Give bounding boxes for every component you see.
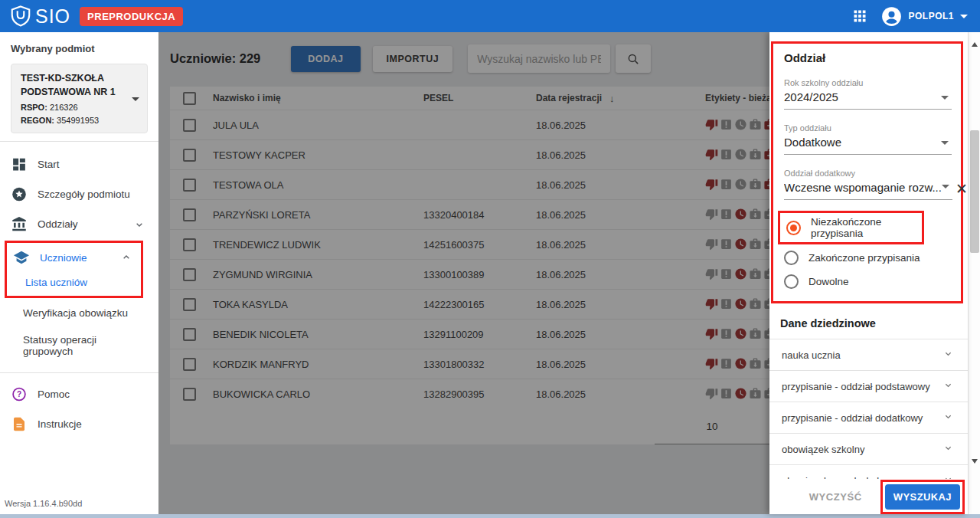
rows-per-page-select[interactable]: 10 (655, 421, 769, 444)
accordion-label: obowiązek szkolny (782, 444, 864, 455)
filter-section-title: Oddział (773, 50, 961, 64)
scroll-down-button[interactable] (969, 455, 980, 467)
radio-label: Niezakończone przypisania (811, 216, 916, 239)
row-checkbox[interactable] (183, 328, 196, 341)
row-checkbox[interactable] (183, 268, 196, 281)
accordion-nauka-ucznia[interactable]: nauka ucznia (769, 339, 968, 370)
wyszukaj-button[interactable]: WYSZUKAJ (885, 484, 960, 510)
school-year-select[interactable]: Rok szkolny oddziału 2024/2025 (784, 78, 952, 110)
select-all-checkbox[interactable] (183, 92, 196, 105)
clear-button[interactable]: WYCZYŚĆ (809, 491, 862, 503)
label-icons (616, 238, 769, 251)
briefcase-download-icon (749, 327, 763, 341)
radio-option[interactable]: Niezakończone przypisania (778, 211, 924, 244)
exclamation-icon (720, 118, 733, 132)
table-row[interactable]: ZYGMUND WIRGINIA1330010038918.06.2025 (170, 259, 769, 289)
student-pesel: 13291100209 (423, 329, 536, 340)
radio-option[interactable]: Dowolne (773, 270, 961, 293)
table-row[interactable]: TOKA KASYLDA1422230016518.06.2025 (170, 289, 769, 319)
row-checkbox[interactable] (183, 119, 196, 132)
briefcase-download-icon (749, 387, 763, 401)
entity-selector[interactable]: TEST-KD-SZKOŁA PODSTAWOWA NR 1 RSPO: 216… (11, 64, 148, 133)
table-row[interactable]: BUKOWICKA CARLO1328290039518.06.2025 (170, 379, 769, 408)
briefcase-plus-icon (763, 118, 769, 132)
import-button[interactable]: IMPORTUJ (373, 46, 453, 72)
radio-unselected-icon[interactable] (784, 274, 799, 289)
row-checkbox[interactable] (183, 149, 196, 162)
unit-type-select[interactable]: Typ oddziału Dodatkowe (784, 123, 952, 155)
table-row[interactable]: TESTOWY KACPER18.06.2025 (170, 139, 769, 169)
username: POLPOL1 (908, 11, 954, 21)
row-checkbox[interactable] (183, 238, 196, 251)
clock-icon (734, 208, 748, 221)
additional-unit-select[interactable]: Oddział dodatkowy Wczesne wspomaganie ro… (784, 169, 952, 200)
chevron-down-icon (131, 218, 148, 231)
accordion-przypisanie-oddzia-dodatkowy[interactable]: przypisanie - oddział dodatkowy (769, 402, 968, 433)
table-row[interactable]: TESTOWA OLA18.06.2025 (170, 169, 769, 199)
scroll-up-button[interactable] (969, 38, 980, 51)
registration-date: 18.06.2025 (536, 179, 616, 191)
row-checkbox[interactable] (183, 358, 196, 371)
registration-date: 18.06.2025 (536, 209, 616, 221)
apps-grid-icon[interactable] (852, 8, 867, 24)
add-button[interactable]: DODAJ (291, 46, 360, 72)
search-input[interactable] (468, 44, 610, 73)
panel-scrollbar[interactable] (968, 32, 980, 514)
radio-option[interactable]: Zakończone przypisania (773, 246, 961, 270)
sidebar-item-statusy-operacji[interactable]: Statusy operacji grupowych (0, 326, 158, 365)
column-date[interactable]: Data rejestracji (536, 93, 602, 103)
help-icon: ? (11, 386, 28, 402)
exclamation-icon (720, 148, 733, 162)
radio-selected-icon[interactable] (786, 221, 801, 235)
student-name: TOKA KASYLDA (213, 299, 423, 310)
registration-date: 18.06.2025 (536, 239, 616, 251)
accordion-przypisanie-oddzia-podstawowy[interactable]: przypisanie - oddział podstawowy (769, 370, 968, 402)
sidebar-item-weryfikacja-obowiazku[interactable]: Weryfikacja obowiązku (0, 300, 158, 326)
thumb-down-icon (705, 267, 719, 281)
row-checkbox[interactable] (183, 208, 196, 221)
accordion-obowi-zek-szkolny[interactable]: obowiązek szkolny (769, 433, 968, 464)
document-icon (11, 416, 28, 432)
briefcase-plus-icon (763, 267, 769, 281)
sidebar-item-pomoc[interactable]: ? Pomoc (0, 379, 158, 409)
table-row[interactable]: KORDZIK MANFRYD1330180033218.06.2025 (170, 349, 769, 379)
clear-field-icon[interactable]: ✕ (956, 182, 968, 200)
column-name[interactable]: Nazwisko i imię (213, 93, 423, 103)
scrollbar-thumb[interactable] (970, 130, 979, 253)
table-row[interactable]: TRENDEWICZ LUDWIK1425160037518.06.2025 (170, 229, 769, 259)
radio-unselected-icon[interactable] (784, 251, 799, 265)
sort-arrow-icon[interactable]: ↓ (609, 93, 615, 104)
sidebar-item-start[interactable]: Start (0, 149, 158, 179)
sidebar-item-szczegoly-podmiotu[interactable]: Szczegóły podmiotu (0, 179, 158, 209)
row-checkbox[interactable] (183, 298, 196, 311)
exclamation-icon (720, 178, 733, 192)
table-row[interactable]: PARZYŃSKI LORETA1332040018418.06.2025 (170, 199, 769, 229)
briefcase-download-icon (749, 297, 763, 311)
thumb-down-icon (705, 178, 719, 192)
filter-panel: Oddział Rok szkolny oddziału 2024/2025 T… (769, 32, 968, 514)
sidebar-item-lista-uczniow[interactable]: Lista uczniów (7, 270, 141, 296)
main-content: Uczniowie: 229 DODAJ IMPORTUJ Nazwisko i… (158, 32, 769, 514)
row-checkbox[interactable] (183, 179, 196, 192)
sidebar-item-uczniowie[interactable]: Uczniowie (7, 243, 141, 270)
accordion-obowi-zek-przedszkolny[interactable]: obowiązek przedszkolny (769, 464, 968, 479)
column-pesel[interactable]: PESEL (423, 93, 536, 103)
exclamation-icon (720, 327, 733, 341)
search-button[interactable] (616, 44, 651, 73)
filter-annotation-box: Oddział Rok szkolny oddziału 2024/2025 T… (771, 41, 963, 303)
thumb-down-icon (705, 208, 719, 221)
row-checkbox[interactable] (183, 388, 196, 401)
briefcase-download-icon (749, 267, 763, 281)
chevron-down-icon (942, 379, 954, 393)
accordion-list: nauka uczniaprzypisanie - oddział podsta… (769, 339, 968, 479)
table-row[interactable]: BENEDIK NICOLETA1329110020918.06.2025 (170, 319, 769, 349)
sio-shield-icon (9, 5, 32, 28)
sidebar-item-oddzialy[interactable]: Oddziały (0, 209, 158, 239)
user-menu[interactable]: POLPOL1 (881, 6, 968, 27)
exclamation-icon (720, 238, 733, 251)
table-row[interactable]: JULA ULA18.06.2025 (170, 110, 769, 139)
sidebar-item-instrukcje[interactable]: Instrukcje (0, 409, 158, 439)
label-icons (616, 327, 769, 341)
label-icons (616, 148, 769, 162)
sio-logo[interactable]: SIO (9, 5, 70, 28)
